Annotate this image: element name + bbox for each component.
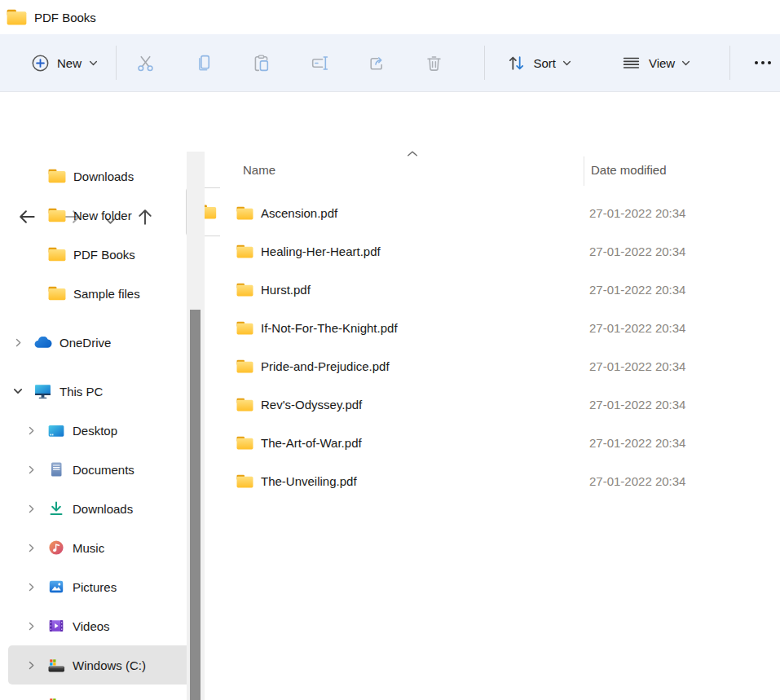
pictures-icon — [46, 579, 65, 595]
sidebar-item-documents[interactable]: Documents — [0, 450, 205, 489]
column-header-name[interactable]: Name — [243, 163, 275, 177]
sidebar-item-pdf-books-pinned[interactable]: PDF Books — [0, 235, 205, 274]
chevron-down-icon — [89, 59, 98, 68]
file-row[interactable]: Hurst.pdf 27-01-2022 20:34 — [220, 271, 780, 309]
column-header-date[interactable]: Date modified — [591, 163, 667, 177]
sidebar-item-sample-files-pinned[interactable]: Sample files — [0, 274, 205, 313]
this-pc-icon — [33, 383, 52, 399]
folder-icon — [236, 206, 253, 220]
folder-icon — [47, 208, 66, 222]
chevron-right-icon[interactable] — [13, 338, 23, 347]
chevron-right-icon[interactable] — [26, 661, 36, 670]
chevron-right-icon[interactable] — [26, 622, 36, 631]
chevron-down-icon — [681, 59, 690, 68]
file-row[interactable]: The-Art-of-War.pdf 27-01-2022 20:34 — [220, 424, 780, 462]
delete-button[interactable] — [417, 45, 452, 81]
chevron-right-icon[interactable] — [26, 504, 36, 513]
downloads-icon — [46, 500, 65, 517]
sort-ascending-icon — [406, 149, 419, 159]
sidebar-item-windows-c[interactable]: Windows (C:) — [8, 645, 204, 685]
folder-icon — [236, 321, 253, 335]
toolbar-divider — [484, 46, 485, 80]
folder-icon — [236, 436, 253, 450]
rename-icon — [309, 53, 329, 73]
chevron-down-icon[interactable] — [13, 386, 23, 396]
chevron-right-icon[interactable] — [26, 465, 36, 474]
copy-button[interactable] — [186, 45, 221, 81]
sort-button-label: Sort — [533, 56, 556, 70]
view-lines-icon — [620, 53, 642, 73]
window-title: PDF Books — [34, 11, 96, 24]
plus-circle-icon — [31, 54, 50, 73]
more-options-button[interactable] — [745, 45, 780, 81]
file-explorer-window: PDF Books New — [0, 0, 780, 700]
sidebar-item-pictures[interactable]: Pictures — [0, 567, 205, 606]
file-row[interactable]: Healing-Her-Heart.pdf 27-01-2022 20:34 — [220, 232, 780, 271]
sidebar-item-downloads-pinned[interactable]: Downloads — [0, 156, 205, 196]
sidebar-item-onedrive[interactable]: OneDrive — [0, 323, 199, 362]
folder-icon — [236, 244, 253, 258]
chevron-right-icon[interactable] — [26, 426, 36, 435]
sidebar-scrollbar[interactable] — [187, 152, 205, 700]
navigation-row: This PC Windows (C:) Users HP Desktop BI… — [0, 92, 780, 152]
folder-icon — [236, 283, 253, 297]
desktop-icon — [46, 423, 65, 438]
sidebar-item-videos[interactable]: Videos — [0, 606, 205, 645]
toolbar-divider — [116, 46, 117, 80]
folder-icon — [7, 9, 27, 25]
chevron-right-icon[interactable] — [26, 544, 36, 553]
view-button-label: View — [649, 56, 675, 70]
folder-icon — [236, 474, 253, 488]
toolbar-divider — [729, 46, 730, 80]
onedrive-cloud-icon — [33, 337, 52, 349]
folder-icon — [236, 359, 253, 373]
drive-icon — [46, 697, 65, 700]
sidebar-item-downloads[interactable]: Downloads — [0, 489, 205, 528]
paste-button[interactable] — [244, 45, 279, 81]
file-row[interactable]: The-Unveiling.pdf 27-01-2022 20:34 — [220, 462, 780, 500]
ellipsis-icon — [755, 61, 758, 64]
sidebar-item-desktop[interactable]: Desktop — [0, 411, 205, 450]
sidebar-item-new-volume-d[interactable]: New Volume (D:) — [0, 685, 205, 700]
sort-arrows-icon — [506, 53, 527, 73]
title-bar: PDF Books — [0, 0, 780, 34]
sidebar-item-this-pc[interactable]: This PC — [0, 372, 199, 411]
sort-button[interactable]: Sort — [498, 46, 579, 80]
copy-icon — [193, 53, 214, 73]
share-icon — [367, 53, 387, 73]
chevron-down-icon — [562, 59, 571, 68]
videos-icon — [46, 618, 65, 634]
rename-button[interactable] — [302, 45, 337, 81]
scissors-icon — [135, 53, 156, 73]
share-button[interactable] — [359, 45, 394, 81]
file-rows: Ascension.pdf 27-01-2022 20:34 Healing-H… — [220, 194, 780, 500]
command-toolbar: New — [0, 34, 780, 92]
folder-icon — [47, 247, 66, 262]
new-button-label: New — [57, 56, 82, 70]
windows-drive-icon — [46, 658, 65, 673]
folder-icon — [47, 169, 66, 183]
scrollbar-thumb[interactable] — [190, 310, 201, 700]
folder-icon — [47, 286, 66, 301]
paste-icon — [251, 53, 271, 73]
music-icon — [46, 539, 65, 556]
cut-button[interactable] — [128, 45, 163, 81]
trash-icon — [424, 53, 444, 73]
sidebar-item-music[interactable]: Music — [0, 528, 205, 567]
chevron-right-icon[interactable] — [26, 583, 36, 592]
file-row[interactable]: Rev's-Odyssey.pdf 27-01-2022 20:34 — [220, 385, 780, 424]
file-row[interactable]: If-Not-For-The-Knight.pdf 27-01-2022 20:… — [220, 309, 780, 347]
new-button[interactable]: New — [23, 47, 106, 79]
view-button[interactable]: View — [612, 46, 698, 80]
sidebar-item-new-folder-pinned[interactable]: New folder — [0, 196, 205, 235]
file-row[interactable]: Pride-and-Prejudice.pdf 27-01-2022 20:34 — [220, 347, 780, 385]
folder-icon — [236, 398, 253, 412]
file-list-pane: Name Date modified Ascension.pdf 27-01-2… — [220, 152, 780, 700]
file-row[interactable]: Ascension.pdf 27-01-2022 20:34 — [220, 194, 780, 232]
documents-icon — [46, 461, 65, 478]
column-divider[interactable] — [584, 156, 584, 186]
navigation-pane: Downloads New folder PDF Books Sample fi… — [0, 152, 205, 700]
